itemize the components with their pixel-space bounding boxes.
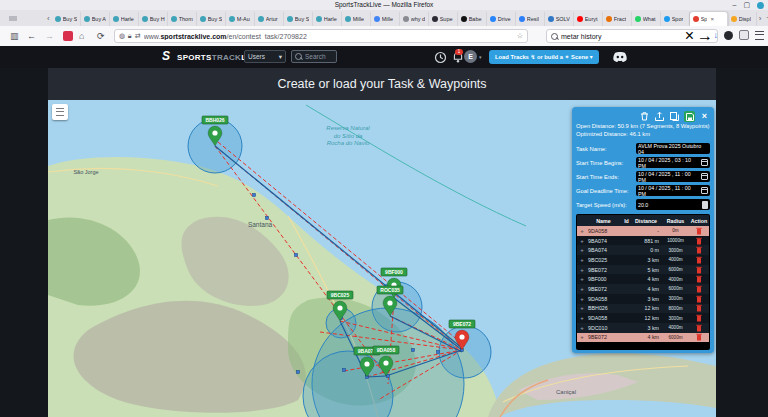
extension-icon[interactable] [63,31,73,41]
browser-tab[interactable]: Resil [516,12,545,26]
browser-tab[interactable]: Buy A [81,12,110,26]
drag-handle-icon[interactable]: + [577,257,587,263]
waypoint-row[interactable]: +9DA05812 km3000m [577,313,709,323]
route-handle[interactable] [297,371,300,374]
calendar-icon[interactable] [701,173,708,180]
drag-handle-icon[interactable]: + [577,325,587,331]
delete-waypoint-icon[interactable] [696,275,702,283]
calendar-icon[interactable] [701,187,708,194]
permissions-icon[interactable]: ⇄ [135,32,141,40]
delete-waypoint-icon[interactable] [696,227,702,235]
browser-tab[interactable]: Babe [458,12,487,26]
scroll-tabs-right-icon[interactable]: › [759,14,762,23]
maximize-button[interactable]: ▢ [743,1,750,9]
minimize-button[interactable]: – [732,1,736,9]
home-icon[interactable]: ⌂ [79,30,84,42]
field-input[interactable]: 20.0 [636,199,710,210]
scroll-tabs-left-icon[interactable]: ‹ [47,14,50,23]
waypoint-row[interactable]: +BBH02612 km8000m [577,304,709,314]
delete-waypoint-icon[interactable] [696,324,702,332]
browser-tab[interactable]: why d [400,12,429,26]
load-tracks-button[interactable]: Load Tracks ↯ or build a ✶ Scene ▾ [489,50,599,64]
downloads-icon[interactable]: ↓ [714,30,719,40]
shield-icon[interactable]: ◍ [119,32,125,40]
route-handle[interactable] [412,349,415,352]
delete-waypoint-icon[interactable] [696,304,702,312]
browser-tab[interactable]: Displ [728,12,757,26]
bookmark-star-icon[interactable]: ☆ [517,32,523,40]
avatar-caret-icon[interactable]: ▾ [479,54,482,60]
close-button[interactable] [757,2,764,9]
sidebar-toggle-icon[interactable]: ▥ [10,30,19,42]
waypoint-row[interactable]: +9DA058-0m [577,226,709,236]
waypoint-row[interactable]: +9BA074881 m10000m [577,236,709,246]
browser-tab[interactable]: Artur [255,12,284,26]
field-input[interactable]: 10 / 04 / 2025 , 11 : 00 PM [636,185,710,196]
calendar-icon[interactable] [701,159,708,166]
url-text[interactable]: www.sportstracklive.com/en/contest_task/… [144,33,514,40]
delete-task-icon[interactable] [639,111,650,122]
browser-tab[interactable]: Sp× [690,12,728,26]
route-handle[interactable] [295,254,298,257]
drag-handle-icon[interactable]: + [577,296,587,302]
drag-handle-icon[interactable]: + [577,276,587,282]
browser-tab[interactable]: Thom [168,12,197,26]
delete-waypoint-icon[interactable] [696,285,702,293]
avatar[interactable]: E [464,50,477,63]
delete-waypoint-icon[interactable] [696,256,702,264]
waypoint-row[interactable]: +9DC0103 km4000m [577,323,709,333]
delete-waypoint-icon[interactable] [696,333,702,341]
waypoint-row[interactable]: +9BE0724 km6000m [577,333,709,343]
extension-icon-2[interactable] [739,30,749,40]
back-button[interactable]: ← [27,30,36,42]
reload-icon[interactable]: ⟳ [97,30,105,42]
go-search-icon[interactable]: → [697,27,713,45]
browser-search-value[interactable]: metar history [561,33,682,40]
drag-handle-icon[interactable]: + [577,334,587,340]
drag-handle-icon[interactable]: + [577,267,587,273]
duplicate-task-icon[interactable] [669,111,680,122]
delete-waypoint-icon[interactable] [696,246,702,254]
save-task-button[interactable] [684,111,695,122]
waypoint-row[interactable]: +9BA0740 m3000m [577,245,709,255]
delete-waypoint-icon[interactable] [696,266,702,274]
route-handle[interactable] [253,194,256,197]
browser-tab[interactable]: Buy S [52,12,81,26]
forward-button[interactable]: → [45,30,54,42]
browser-tab[interactable]: Spor [661,12,690,26]
adblock-extension-icon[interactable] [724,31,733,40]
browser-tab[interactable]: SOLV [545,12,574,26]
browser-tab[interactable]: M-Au [226,12,255,26]
waypoint-row[interactable]: +9DA0583 km3000m [577,294,709,304]
field-input[interactable]: 10 / 04 / 2025 , 11 : 00 PM [636,171,710,182]
drag-handle-icon[interactable]: + [577,315,587,321]
browser-tab[interactable]: Buy S [197,12,226,26]
waypoint-row[interactable]: +9BF0004 km4000m [577,274,709,284]
browser-tab[interactable]: Harle [110,12,139,26]
browser-tab[interactable]: Mille [342,12,371,26]
drag-handle-icon[interactable]: + [577,228,587,234]
menu-icon[interactable] [755,31,764,40]
drag-handle-icon[interactable]: + [577,286,587,292]
discord-icon[interactable] [612,51,628,63]
field-input[interactable]: 10 / 04 / 2025 , 03 : 10 PM [636,157,710,168]
drag-handle-icon[interactable]: + [577,238,587,244]
browser-tab[interactable]: Buy S [284,12,313,26]
delete-waypoint-icon[interactable] [696,237,702,245]
browser-tab[interactable]: What [632,12,661,26]
browser-tab[interactable]: Euryt [574,12,603,26]
drag-handle-icon[interactable]: + [577,247,587,253]
browser-tab[interactable]: Fract [603,12,632,26]
browser-tab[interactable]: Harle [313,12,342,26]
browser-search-bar[interactable]: metar history × → [546,29,718,43]
browser-tab[interactable]: Drive [487,12,516,26]
number-stepper[interactable] [702,201,708,209]
tab-close-icon[interactable]: × [710,16,714,22]
map-layers-button[interactable] [52,104,68,120]
clear-search-icon[interactable]: × [685,27,694,45]
export-task-icon[interactable] [654,111,665,122]
field-input[interactable]: AVLM Prova 2025 Outubro 04 [636,143,710,154]
browser-tab[interactable]: Supe [429,12,458,26]
delete-waypoint-icon[interactable] [696,295,702,303]
site-search-input[interactable]: Search [291,50,337,63]
